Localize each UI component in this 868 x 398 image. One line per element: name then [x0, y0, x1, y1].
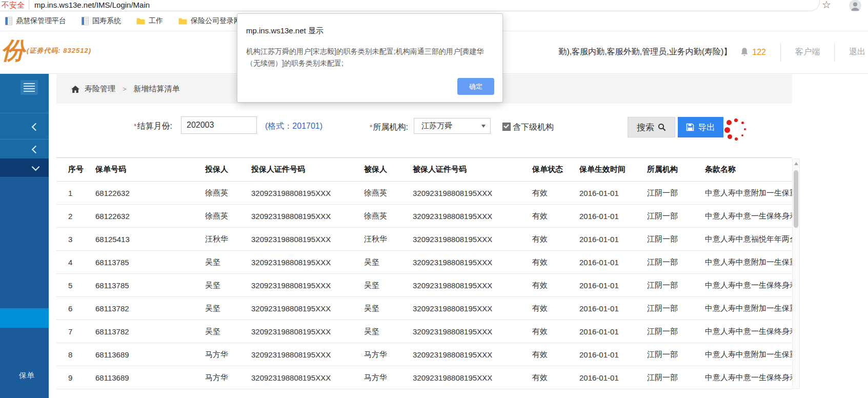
- table-cell: 68113785: [95, 251, 205, 274]
- table-cell: 320923198808195XXX: [251, 205, 364, 228]
- sidebar-active-item[interactable]: [0, 308, 49, 328]
- folder-icon: [178, 17, 187, 25]
- table-row: 268122632徐燕英320923198808195XXX徐燕英3209231…: [56, 205, 792, 228]
- table-cell: 320923198808195XXX: [413, 205, 532, 228]
- table-cell: 68122632: [95, 182, 205, 205]
- table-cell: 2016-01-01: [579, 343, 647, 366]
- table-cell: 68113689: [95, 366, 205, 389]
- table-cell: 吴坚: [364, 251, 413, 274]
- table-cell: 3: [56, 228, 95, 251]
- loading-spinner-icon: [724, 118, 747, 141]
- home-icon[interactable]: [71, 86, 79, 93]
- column-header: 被保人证件号码: [413, 158, 532, 182]
- month-format-hint: (格式：201701): [265, 121, 322, 132]
- bookmark-star-icon[interactable]: ☆: [822, 0, 831, 11]
- bookmark-item[interactable]: 国寿系统: [82, 16, 121, 26]
- table-cell: 吴坚: [205, 297, 251, 320]
- table-cell: 徐燕英: [205, 205, 251, 228]
- bookmark-label: 鼎慧保管理平台: [16, 16, 66, 26]
- table-cell: 中意人寿中意一生保终身寿险: [705, 205, 792, 228]
- table-cell: 中意人寿中意福悦年年两全保险（分红型）: [705, 228, 792, 251]
- sidebar-item-baodan[interactable]: 保单: [19, 371, 34, 381]
- table-row: 168122632徐燕英320923198808195XXX徐燕英3209231…: [56, 182, 792, 205]
- table-cell: 2016-01-01: [579, 366, 647, 389]
- table-cell: 320923198808195XXX: [413, 182, 532, 205]
- search-button[interactable]: 搜索: [628, 117, 675, 137]
- sidebar-menu-item-1[interactable]: [0, 113, 49, 140]
- column-header: 序号: [56, 158, 95, 182]
- table-cell: 320923198808195XXX: [251, 320, 364, 343]
- table-cell: 江阴一部: [647, 182, 705, 205]
- table-cell: 徐燕英: [205, 182, 251, 205]
- logout-link[interactable]: 退出: [849, 47, 865, 57]
- table-scrollbar[interactable]: [792, 158, 800, 389]
- dialog-title: mp.ins.ws13e.net 显示: [246, 26, 324, 36]
- header-divider: [834, 43, 835, 62]
- table-cell: 马方华: [364, 343, 413, 366]
- table-cell: 8: [56, 343, 95, 366]
- screen: 不安全 mp.ins.ws13e.net/IMS/Login/Main ☆ 鼎慧…: [0, 0, 868, 398]
- profile-avatar[interactable]: [849, 0, 861, 12]
- person-icon: [849, 0, 861, 12]
- table-cell: 4: [56, 251, 95, 274]
- table-cell: 有效: [532, 182, 579, 205]
- table-cell: 江阴一部: [647, 228, 705, 251]
- table-cell: 2016-01-01: [579, 297, 647, 320]
- table-cell: 320923198808195XXX: [251, 366, 364, 389]
- breadcrumb-root[interactable]: 寿险管理: [85, 84, 115, 94]
- column-header: 保单状态: [532, 158, 579, 182]
- menu-toggle-button[interactable]: [21, 80, 38, 95]
- table-row: 968113689马方华320923198808195XXX马方华3209231…: [56, 366, 792, 389]
- table-cell: 有效: [532, 251, 579, 274]
- scrollbar-thumb[interactable]: [794, 170, 798, 228]
- required-mark: *: [370, 123, 372, 131]
- scrollbar-up-arrow-icon[interactable]: [794, 162, 798, 165]
- sidebar-menu-item-2[interactable]: [0, 139, 49, 159]
- table-cell: 320923198808195XXX: [413, 274, 532, 297]
- browser-toolbar: 不安全 mp.ins.ws13e.net/IMS/Login/Main ☆: [0, 0, 868, 11]
- table-cell: 68113782: [95, 297, 205, 320]
- table-cell: 马方华: [205, 343, 251, 366]
- table-cell: 江阴一部: [647, 205, 705, 228]
- bookmark-item[interactable]: 鼎慧保管理平台: [5, 16, 66, 26]
- table-cell: 江阴一部: [647, 274, 705, 297]
- doc-icon: [82, 17, 89, 25]
- url-text[interactable]: mp.ins.ws13e.net/IMS/Login/Main: [34, 1, 150, 9]
- table-cell: 汪秋华: [205, 228, 251, 251]
- bookmark-folder[interactable]: 工作: [136, 16, 163, 26]
- table-row: 468113785吴坚320923198808195XXX吴坚320923198…: [56, 251, 792, 274]
- folder-icon: [136, 17, 145, 25]
- include-sub-org-checkbox[interactable]: [502, 123, 511, 131]
- table-cell: 吴坚: [205, 274, 251, 297]
- table-row: 368125413汪秋华320923198808195XXX汪秋华3209231…: [56, 228, 792, 251]
- table-cell: 中意人寿中意一生保终身寿险: [705, 274, 792, 297]
- notification-button[interactable]: 122: [740, 47, 766, 57]
- table-cell: 9: [56, 366, 95, 389]
- table-cell: 5: [56, 274, 95, 297]
- table-row: 668113782吴坚320923198808195XXX吴坚320923198…: [56, 297, 792, 320]
- table-cell: 有效: [532, 366, 579, 389]
- export-button[interactable]: 导出: [678, 117, 723, 137]
- table-cell: 有效: [532, 205, 579, 228]
- bookmark-label: 工作: [149, 16, 163, 26]
- bookmark-label: 国寿系统: [92, 16, 121, 26]
- client-link[interactable]: 客户端: [795, 47, 820, 57]
- sidebar-menu-item-expanded[interactable]: [0, 158, 49, 177]
- dialog-confirm-button[interactable]: 确定: [457, 78, 494, 95]
- table-cell: 马方华: [364, 366, 413, 389]
- chevron-left-icon: [32, 123, 40, 131]
- table-cell: 江阴一部: [647, 343, 705, 366]
- notification-count: 122: [752, 48, 766, 57]
- organization-select[interactable]: 江苏万舜: [414, 118, 491, 134]
- table-cell: 7: [56, 320, 95, 343]
- security-status[interactable]: 不安全: [2, 1, 25, 10]
- table-cell: 2016-01-01: [579, 228, 647, 251]
- table-cell: 中意人寿中意一生保终身寿险: [705, 366, 792, 389]
- table-cell: 2016-01-01: [579, 182, 647, 205]
- table-cell: 320923198808195XXX: [251, 182, 364, 205]
- stock-code-label: (证券代码: 832512): [27, 46, 91, 55]
- settlement-month-input[interactable]: [181, 116, 257, 134]
- table-cell: 320923198808195XXX: [413, 366, 532, 389]
- column-header: 保单号码: [95, 158, 205, 182]
- table-cell: 1: [56, 182, 95, 205]
